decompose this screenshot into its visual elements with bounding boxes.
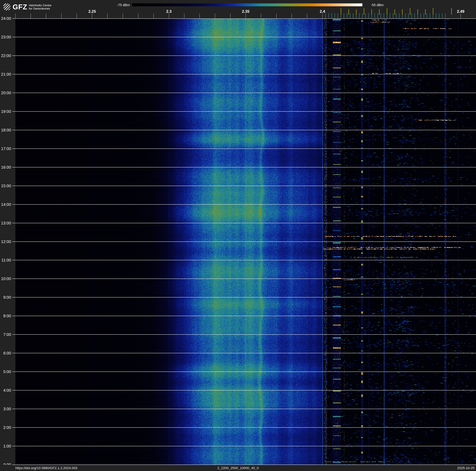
time-label: 18:00: [0, 128, 11, 132]
time-label: 19:00: [0, 109, 11, 114]
ble-channel-tick: [393, 13, 393, 18]
time-label: 5:00: [0, 369, 11, 374]
colorbar-max-label: -55 dBm: [371, 3, 384, 7]
ble-channel-tick: [399, 13, 399, 18]
time-tick: [12, 18, 15, 18]
time-tick: [12, 427, 15, 428]
time-tick: [12, 74, 15, 74]
ble-channel-tick: [408, 13, 408, 18]
ble-channel-tick: [368, 13, 369, 18]
time-label: 13:00: [0, 221, 11, 225]
ble-channel-tick: [442, 13, 442, 18]
ble-channel-tick: [335, 13, 335, 18]
time-tick: [12, 241, 15, 242]
freq-tick-gray: [246, 14, 246, 18]
gfz-logo-mark-icon: [3, 3, 11, 11]
freq-tick-gray: [61, 14, 62, 18]
wifi-channel-tick: [379, 9, 380, 15]
ble-channel-tick: [396, 13, 396, 18]
time-tick: [12, 55, 15, 56]
wifi-channel-tick: [341, 8, 341, 15]
ble-channel-tick: [439, 13, 439, 18]
ble-channel-tick: [353, 13, 353, 18]
colorbar: [132, 3, 362, 6]
doi-link[interactable]: https://doi.org/10.5880/GFZ.1.2.2024.003: [15, 466, 77, 470]
gfz-logo-brand: GFZ: [13, 3, 27, 11]
time-label: 15:00: [0, 183, 11, 188]
freq-tick-gray: [230, 14, 230, 18]
wifi-channel-tick: [402, 9, 403, 15]
time-label: 21:00: [0, 72, 11, 77]
spectrogram-canvas: [15, 18, 476, 465]
wifi-channel-tick: [418, 9, 418, 15]
ble-channel-tick: [347, 13, 347, 18]
ble-channel-tick: [374, 13, 375, 18]
ble-channel-tick: [436, 13, 436, 18]
footer: https://doi.org/10.5880/GFZ.1.2.2024.003…: [0, 465, 476, 471]
wifi-channel-tick: [425, 9, 426, 15]
ble-channel-tick: [411, 13, 412, 18]
wifi-channel-tick: [451, 8, 452, 15]
time-label: 11:00: [0, 258, 11, 263]
ble-channel-tick: [378, 13, 378, 18]
ble-channel-tick: [350, 13, 350, 18]
wifi-channel-tick: [387, 8, 387, 15]
time-label: 23:00: [0, 35, 11, 39]
freq-tick-gray: [215, 14, 215, 18]
time-tick: [12, 223, 15, 223]
time-label: 7:00: [0, 332, 11, 337]
time-tick: [12, 372, 15, 372]
time-tick: [12, 260, 15, 260]
time-tick: [12, 186, 15, 186]
ble-channel-tick: [430, 13, 430, 18]
wifi-channel-tick: [356, 9, 357, 15]
freq-tick-gray: [322, 14, 323, 18]
ble-channel-tick: [338, 13, 338, 18]
spectrogram-page: GFZ Helmholtz Centre for Geosciences -75…: [0, 0, 476, 471]
freq-tick-gray: [77, 14, 77, 18]
time-tick: [12, 409, 15, 409]
ble-channel-tick: [445, 13, 445, 18]
ble-channel-tick: [421, 13, 421, 18]
time-tick: [12, 130, 15, 130]
freq-tick-gray: [92, 14, 92, 18]
freq-tick-gray: [153, 14, 154, 18]
ble-channel-tick: [325, 13, 326, 18]
time-label: 1:00: [0, 444, 11, 449]
time-label: 2:00: [0, 425, 11, 430]
date-label: 2025-10-25: [457, 466, 475, 470]
freq-tick-gray: [261, 14, 261, 18]
time-label: 14:00: [0, 202, 11, 207]
time-tick: [12, 37, 15, 37]
time-label: 9:00: [0, 295, 11, 300]
time-tick: [12, 390, 15, 390]
time-label: 17:00: [0, 146, 11, 151]
ble-channel-tick: [414, 13, 415, 18]
freq-tick-gray: [46, 14, 46, 18]
freq-tick-gray: [15, 14, 16, 18]
time-tick: [12, 446, 15, 446]
wifi-channel-tick: [372, 9, 372, 15]
freq-tick-gray: [460, 14, 461, 18]
freq-tick-label: 2.49: [457, 9, 464, 14]
wifi-channel-tick: [433, 8, 433, 15]
freq-tick-label: 2.25: [88, 9, 96, 14]
freq-tick-gray: [138, 14, 138, 18]
freq-tick-gray: [292, 14, 292, 18]
wifi-channel-tick: [364, 8, 364, 15]
time-tick: [12, 204, 15, 205]
freq-tick-label: 2.4: [320, 9, 325, 14]
freq-tick-gray: [169, 14, 169, 18]
ble-channel-tick: [332, 13, 332, 18]
freq-tick-gray: [107, 14, 108, 18]
freq-tick-gray: [184, 14, 184, 18]
ble-channel-tick: [362, 13, 362, 18]
time-tick: [12, 316, 15, 316]
time-tick: [12, 148, 15, 149]
freq-tick-gray: [200, 14, 200, 18]
time-label: 20:00: [0, 91, 11, 95]
freq-tick-label: 2.3: [166, 9, 172, 14]
dataset-id: 2_2200_2500_10000_40_0: [217, 466, 259, 470]
ble-channel-tick: [344, 13, 344, 18]
time-label: 6:00: [0, 351, 11, 356]
